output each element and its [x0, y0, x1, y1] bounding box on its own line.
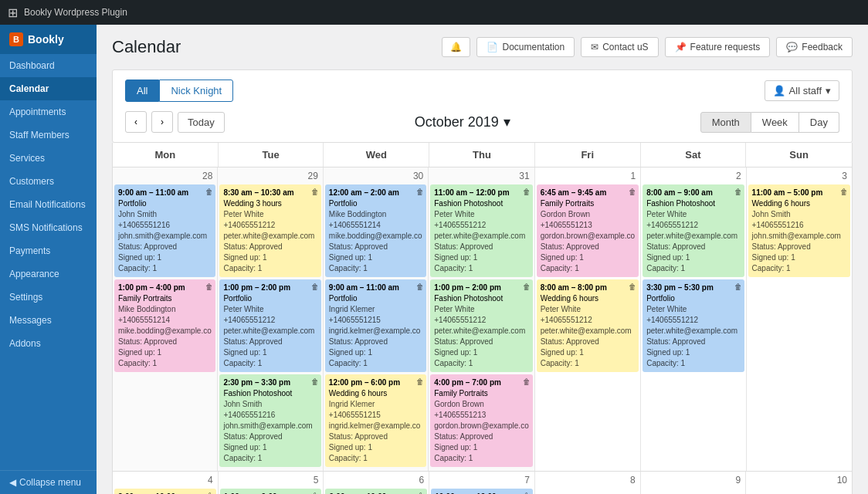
sidebar-item-payments[interactable]: Payments — [0, 239, 97, 262]
cal-cell-29: 29 🗑 8:30 am – 10:30 am Wedding 3 hours … — [218, 167, 323, 471]
delete-icon[interactable]: 🗑 — [523, 491, 531, 494]
delete-icon[interactable]: 🗑 — [734, 187, 742, 198]
sidebar-logo[interactable]: B Bookly — [0, 25, 97, 54]
today-button[interactable]: Today — [178, 112, 225, 133]
appt-card[interactable]: 🗑 9:00 am – 10:00 am Fashion Photoshoot — [325, 489, 427, 494]
appt-card[interactable]: 🗑 2:30 pm – 3:30 pm Fashion Photoshoot J… — [219, 374, 320, 467]
appt-card[interactable]: 🗑 8:00 am – 10:00 am Wedding 3 hours Pet… — [114, 489, 216, 494]
week-view-button[interactable]: Week — [751, 112, 799, 133]
appt-card[interactable]: 🗑 1:00 pm – 2:00 pm Portfolio Peter Whit… — [219, 279, 320, 372]
filter-nick-tab[interactable]: Nick Knight — [159, 80, 233, 102]
appt-card[interactable]: 🗑 8:00 am – 9:00 am Fashion Photoshoot P… — [643, 184, 744, 277]
appt-card[interactable]: 🗑 10:00 am – 12:00 pm Portfolio Peter Wh… — [431, 489, 533, 494]
delete-icon[interactable]: 🗑 — [417, 491, 425, 494]
header-buttons: 🔔 📄 Documentation ✉ Contact uS 📌 Feature… — [442, 37, 853, 57]
feedback-icon: 💬 — [786, 42, 798, 52]
collapse-icon: ◀ — [9, 477, 16, 488]
prev-button[interactable]: ‹ — [125, 111, 147, 133]
appt-card[interactable]: 🗑 12:00 pm – 6:00 pm Wedding 6 hours Ing… — [325, 374, 426, 467]
person-icon: 👤 — [773, 85, 785, 96]
sidebar-item-email-notifications[interactable]: Email Notifications — [0, 193, 97, 216]
sidebar-item-appearance[interactable]: Appearance — [0, 262, 97, 286]
sidebar-item-staff-members[interactable]: Staff Members — [0, 124, 97, 147]
appt-card[interactable]: 🗑 6:45 am – 9:45 am Family Portraits Gor… — [537, 184, 639, 277]
collapse-menu-button[interactable]: ◀ Collapse menu — [0, 470, 97, 494]
delete-icon[interactable]: 🗑 — [629, 187, 636, 198]
sidebar-logo-label: Bookly — [28, 33, 64, 46]
app-layout: B Bookly Dashboard Calendar Appointments… — [0, 25, 868, 494]
top-bar: ⊞ Bookly Wordpress Plugin — [0, 0, 868, 25]
header-fri: Fri — [535, 143, 641, 167]
sidebar-item-addons[interactable]: Addons — [0, 332, 97, 355]
appt-card[interactable]: 🗑 1:00 pm – 2:00 pm Fashion Photoshoot — [220, 489, 322, 494]
sidebar-item-dashboard[interactable]: Dashboard — [0, 54, 97, 77]
delete-icon[interactable]: 🗑 — [734, 282, 742, 293]
delete-icon[interactable]: 🗑 — [311, 282, 319, 293]
delete-icon[interactable]: 🗑 — [205, 187, 213, 198]
header-sat: Sat — [641, 143, 747, 167]
feature-requests-button[interactable]: 📌 Feature requests — [665, 37, 771, 57]
sidebar-item-customers[interactable]: Customers — [0, 170, 97, 193]
appt-card[interactable]: 🗑 9:00 am – 11:00 am Portfolio John Smit… — [114, 184, 215, 277]
date-28: 28 — [114, 169, 215, 183]
sidebar-item-settings[interactable]: Settings — [0, 286, 97, 309]
date-31: 31 — [430, 169, 532, 183]
delete-icon[interactable]: 🗑 — [523, 282, 531, 293]
filter-all-tab[interactable]: All — [125, 80, 159, 102]
filter-tabs: All Nick Knight — [125, 80, 233, 102]
appt-card[interactable]: 🗑 11:00 am – 12:00 pm Fashion Photoshoot… — [430, 184, 532, 277]
appt-card[interactable]: 🗑 9:00 am – 11:00 am Portfolio Ingrid Kl… — [325, 279, 426, 372]
staff-select[interactable]: 👤 All staff ▾ — [765, 80, 839, 101]
date-8: 8 — [537, 473, 639, 487]
date-4: 4 — [114, 473, 216, 487]
appt-card[interactable]: 🗑 1:00 pm – 2:00 pm Fashion Photoshoot P… — [430, 279, 532, 372]
delete-icon[interactable]: 🗑 — [416, 377, 424, 387]
appt-card[interactable]: 🗑 11:00 am – 5:00 pm Wedding 6 hours Joh… — [748, 184, 850, 277]
day-view-button[interactable]: Day — [799, 112, 839, 133]
sidebar-item-messages[interactable]: Messages — [0, 309, 97, 332]
date-3: 3 — [748, 169, 850, 183]
delete-icon[interactable]: 🗑 — [416, 187, 424, 198]
documentation-button[interactable]: 📄 Documentation — [476, 37, 575, 57]
appt-card[interactable]: 🗑 1:00 pm – 4:00 pm Family Portraits Mik… — [114, 279, 215, 372]
delete-icon[interactable]: 🗑 — [416, 282, 424, 293]
appt-card[interactable]: 🗑 12:00 am – 2:00 am Portfolio Mike Bodd… — [325, 184, 426, 277]
appt-card[interactable]: 🗑 8:00 am – 8:00 pm Wedding 6 hours Pete… — [537, 279, 639, 372]
feature-icon: 📌 — [675, 42, 687, 52]
delete-icon[interactable]: 🗑 — [523, 377, 531, 387]
delete-icon[interactable]: 🗑 — [311, 491, 319, 494]
calendar-title[interactable]: October 2019 ▾ — [415, 113, 510, 130]
appt-card[interactable]: 🗑 8:30 am – 10:30 am Wedding 3 hours Pet… — [219, 184, 320, 277]
delete-icon[interactable]: 🗑 — [629, 282, 636, 293]
cal-cell-1: 1 🗑 6:45 am – 9:45 am Family Portraits G… — [535, 167, 641, 471]
delete-icon[interactable]: 🗑 — [311, 377, 319, 387]
dropdown-icon: ▾ — [504, 113, 510, 130]
sidebar-item-calendar[interactable]: Calendar — [0, 77, 97, 100]
delete-icon[interactable]: 🗑 — [206, 491, 214, 494]
month-view-button[interactable]: Month — [700, 112, 751, 133]
appt-card[interactable]: 🗑 3:30 pm – 5:30 pm Portfolio Peter Whit… — [643, 279, 744, 372]
date-6: 6 — [325, 473, 427, 487]
next-button[interactable]: › — [151, 111, 173, 133]
header-tue: Tue — [219, 143, 324, 167]
appt-card[interactable]: 🗑 4:00 pm – 7:00 pm Family Portraits Gor… — [430, 374, 532, 467]
contact-button[interactable]: ✉ Contact uS — [581, 37, 658, 57]
bell-icon: 🔔 — [450, 42, 462, 52]
delete-icon[interactable]: 🗑 — [205, 282, 213, 293]
feedback-button[interactable]: 💬 Feedback — [776, 37, 853, 57]
delete-icon[interactable]: 🗑 — [523, 187, 531, 198]
calendar-header-row: Mon Tue Wed Thu Fri Sat Sun — [113, 143, 852, 167]
sidebar-item-services[interactable]: Services — [0, 147, 97, 170]
sidebar-item-sms-notifications[interactable]: SMS Notifications — [0, 216, 97, 239]
sidebar-item-appointments[interactable]: Appointments — [0, 100, 97, 124]
date-30: 30 — [325, 169, 426, 183]
date-7: 7 — [431, 473, 533, 487]
delete-icon[interactable]: 🗑 — [840, 187, 848, 198]
chevron-down-icon: ▾ — [826, 85, 831, 96]
header-thu: Thu — [429, 143, 535, 167]
cal-cell-7: 7 🗑 10:00 am – 12:00 pm Portfolio Peter … — [429, 472, 535, 494]
cal-cell-2: 2 🗑 8:00 am – 9:00 am Fashion Photoshoot… — [641, 167, 746, 471]
delete-icon[interactable]: 🗑 — [311, 187, 319, 198]
bell-button[interactable]: 🔔 — [442, 37, 470, 57]
header-sun: Sun — [746, 143, 852, 167]
